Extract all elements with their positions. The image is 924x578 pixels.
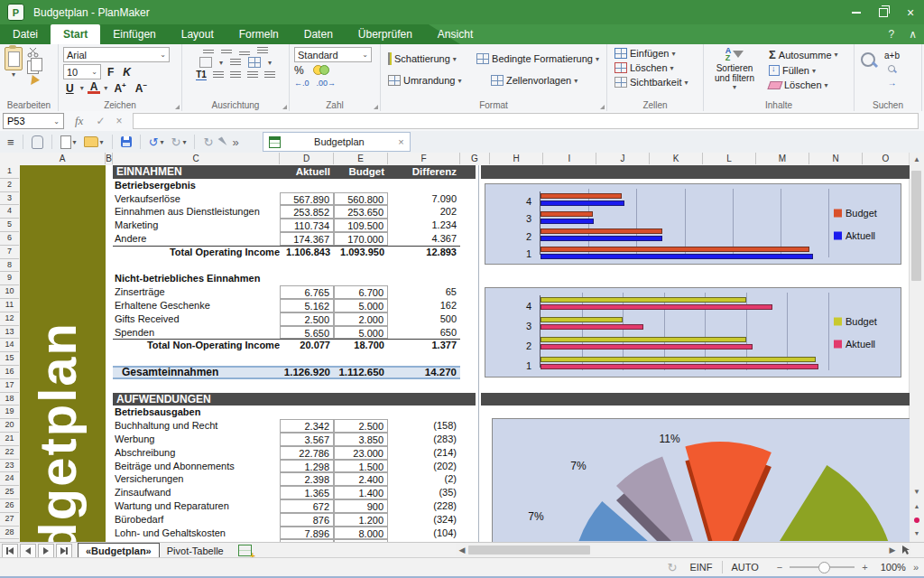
cell-value-differenz[interactable]: (214) [388,446,460,460]
borders-button[interactable]: Umrandung▾ [385,74,485,87]
total-label[interactable]: Total Non-Operating Income [115,339,280,352]
grand-total-label[interactable]: Gesamteinnahmen [122,366,287,379]
column-header-I[interactable]: I [543,153,596,164]
zoom-in-button[interactable]: + [862,562,867,573]
grand-total-value[interactable]: 1.112.650 [334,366,388,379]
minimize-button[interactable] [843,0,870,24]
cell-label[interactable]: Marketing [115,219,280,232]
cell-reference-box[interactable]: P53 ⌄ [3,113,64,129]
status-overflow-icon[interactable]: » [913,562,919,573]
cancel-entry-icon[interactable]: × [116,115,122,127]
font-name-select[interactable]: Arial⌄ [63,47,170,62]
horizontal-scroll-thumb[interactable] [468,545,590,555]
sheet-tab-pivot-tabelle[interactable]: Pivot-Tabelle [160,544,231,557]
column-header-J[interactable]: J [596,153,650,164]
align-top-icon[interactable] [203,50,214,53]
cell-label[interactable]: Wartung und Reparaturen [115,499,280,513]
cell-value-budget[interactable]: 1.200 [334,513,388,527]
sheet-tab-budgetplan[interactable]: «Budgetplan» [78,543,160,558]
row-header-27[interactable]: 27 [0,513,19,527]
cell-label[interactable]: Werbung [115,433,280,446]
cell-value-differenz[interactable]: 7.090 [388,192,460,206]
select-object-button[interactable] [914,517,919,523]
row-header-21[interactable]: 21 [0,433,19,446]
cell-value-differenz[interactable]: 500 [388,312,460,326]
bar-chart-non-operating[interactable]: 4321BudgetAktuell [485,287,901,378]
align-right-icon[interactable] [247,71,258,79]
cell-value-budget[interactable]: 5.000 [334,299,388,312]
insert-mode-indicator[interactable]: EINF [689,562,712,573]
row-header-22[interactable]: 22 [0,446,19,460]
cell-value-differenz[interactable]: (2) [388,472,460,486]
cell-value-aktuell[interactable]: 6.765 [280,285,334,299]
row-header-7[interactable]: 7 [0,246,19,259]
open-document-button[interactable]: ▾ [84,136,104,147]
cell-value-differenz[interactable]: (104) [388,527,460,540]
scroll-down-icon[interactable]: ▼ [910,485,924,499]
column-header-F[interactable]: F [388,153,460,164]
row-header-17[interactable]: 17 [0,379,19,393]
vertical-scrollbar[interactable]: ▲ ▼ ▲ ▼ [909,153,924,542]
fill-button[interactable]: Füllen▾ [766,64,841,77]
cell-value-differenz[interactable]: (283) [388,433,460,446]
row-header-24[interactable]: 24 [0,472,19,486]
calc-mode-indicator[interactable]: AUTO [732,562,759,573]
cell-value-budget[interactable]: 6.700 [334,285,388,299]
cell-value-budget[interactable]: 253.650 [334,205,388,219]
orientation-icon[interactable] [257,47,268,55]
format-painter-icon[interactable] [27,75,40,88]
row-header-12[interactable]: 12 [0,312,19,326]
cell-value-differenz[interactable]: (228) [388,499,460,513]
row-header-20[interactable]: 20 [0,419,19,433]
previous-sheet-button[interactable] [20,544,36,558]
total-value[interactable]: 18.700 [334,339,388,352]
select-all-corner[interactable] [0,153,21,166]
cell-format-icon[interactable] [248,57,261,68]
cell-value-aktuell[interactable]: 2.398 [280,472,334,486]
row-header-16[interactable]: 16 [0,366,19,379]
zoom-out-button[interactable]: − [777,562,782,573]
pie-chart-expenses[interactable]: 11% 7% 7% [492,418,910,542]
restore-button[interactable] [870,0,897,24]
subsection-title[interactable]: Betriebsergebnis [115,179,280,192]
confirm-entry-icon[interactable]: ✓ [96,115,105,127]
cell-value-aktuell[interactable]: 5.162 [280,299,334,312]
shrink-font-button[interactable]: A− [133,81,150,95]
column-header-O[interactable]: O [863,153,910,164]
menu-tab-daten[interactable]: Daten [291,24,346,44]
cell-value-differenz[interactable]: 1.234 [388,219,460,232]
cell-value-budget[interactable]: 1.400 [334,486,388,499]
last-sheet-button[interactable] [56,544,72,558]
row-header-5[interactable]: 5 [0,219,19,232]
menu-tab-überprüfen[interactable]: Überprüfen [346,24,425,44]
column-header-K[interactable]: K [650,153,703,164]
bold-button[interactable]: F [105,66,116,79]
cell-label[interactable]: Beiträge und Abonnements [115,460,280,473]
vertical-scroll-thumb[interactable] [911,171,921,281]
paste-dropdown-arrow-icon[interactable]: ▾ [12,70,15,79]
pointer-icon[interactable] [218,136,227,147]
zoom-slider[interactable] [790,566,855,568]
vertical-text-button[interactable]: T1 [196,70,207,80]
total-value[interactable]: 1.377 [388,339,460,352]
insert-cells-button[interactable]: Einfügen▾ [612,47,698,60]
row-header-19[interactable]: 19 [0,406,19,419]
cell-label[interactable]: Versicherungen [115,472,280,486]
row-header-23[interactable]: 23 [0,460,19,473]
cell-value-budget[interactable]: 2.500 [334,419,388,433]
search-again-icon[interactable] [887,64,897,74]
cell-label[interactable]: Abschreibung [115,446,280,460]
previous-object-button[interactable]: ▲ [910,499,924,513]
menu-tab-start[interactable]: Start [51,24,100,44]
row-header-1[interactable]: 1 [0,165,19,179]
selection-pointer-icon[interactable] [901,545,911,555]
cell-value-differenz[interactable]: (158) [388,419,460,433]
undo-button[interactable]: ↺▾ [149,135,164,149]
align-left-icon[interactable] [213,71,224,79]
goto-icon[interactable]: → [887,78,896,88]
align-middle-icon[interactable] [221,47,232,55]
underline-dropdown-arrow-icon[interactable]: ▾ [80,84,84,92]
dropdown-arrow-icon[interactable]: ▾ [219,59,223,67]
replace-button[interactable]: a+b [884,51,900,61]
cell-label[interactable]: Andere [115,232,280,246]
